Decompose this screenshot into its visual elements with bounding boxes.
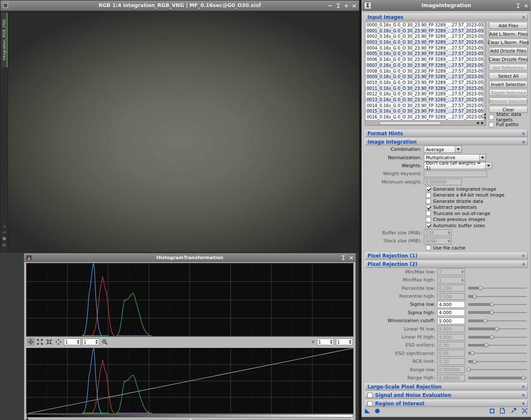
image-window-titlebar[interactable]: RGB 1:4 integration_RGB_VNG | MF_0.16sec… (0, 0, 359, 11)
checkbox-icon[interactable] (426, 199, 431, 204)
input-image-row[interactable]: 0002_0.16s_G 0_O 30_23.90_FP 3289_...27.… (365, 34, 483, 39)
checkbox-icon[interactable] (426, 245, 431, 250)
checkbox-icon[interactable] (426, 223, 431, 228)
histogram-plot-bottom[interactable] (26, 348, 354, 414)
range-high-slider[interactable] (468, 375, 527, 381)
section-region-of-interest[interactable]: Region of Interest » (365, 400, 528, 407)
close-icon[interactable]: × (524, 3, 528, 8)
input-image-row[interactable]: 0003_0.16s_G 0_O 30_23.90_FP 3289_...27.… (365, 39, 483, 45)
checkbox-icon[interactable] (426, 186, 431, 192)
new-instance-icon[interactable] (365, 408, 370, 413)
clear-l-norm-files-button[interactable]: Clear L.Norm. Files (489, 39, 528, 46)
add-files-button[interactable]: Add Files (489, 22, 528, 29)
track-cursor-icon[interactable] (27, 338, 34, 346)
esd-outliers-slider[interactable] (468, 343, 527, 348)
shade-icon[interactable] (516, 3, 520, 8)
shade-icon[interactable] (341, 255, 346, 260)
section-input-images[interactable]: Input Images » (365, 13, 528, 21)
range-high-field[interactable]: 0.980000 (437, 375, 465, 381)
buffer-size-spinbox[interactable]: 128 (424, 229, 452, 236)
slider-thumb[interactable] (470, 351, 475, 355)
chevron-down-icon[interactable] (485, 163, 491, 169)
section-pixel-rejection-2[interactable]: Pixel Rejection (2) » (365, 261, 528, 268)
scroll-up-icon[interactable]: ▲ (484, 113, 486, 116)
signal-noise-checkbox[interactable] (367, 393, 372, 398)
scroll-right-icon[interactable]: ▶ (481, 121, 484, 125)
image-window[interactable]: RGB 1:4 integration_RGB_VNG | MF_0.16sec… (0, 0, 359, 252)
rcr-limit-slider[interactable] (468, 359, 527, 364)
image-tab[interactable]: integration_RGB_VNG (1, 13, 8, 67)
collapse-icon[interactable]: » (521, 262, 526, 266)
slider-thumb[interactable] (490, 302, 494, 307)
slider-thumb[interactable] (484, 343, 489, 347)
slider-thumb[interactable] (495, 327, 499, 331)
image-canvas[interactable] (8, 11, 359, 252)
set-reference-button[interactable]: Set Reference (489, 64, 528, 71)
normalization-combobox[interactable]: Multiplicative (424, 154, 486, 161)
input-image-row[interactable]: 0015_0.16s_G 0_O 30_23.90_FP 3289_...27.… (365, 108, 483, 114)
vertical-scrollbar[interactable]: ▲ ▼ (483, 22, 486, 120)
remove-selected-button[interactable]: Remove Selected (489, 97, 528, 105)
graph-zoom-h-spinbox[interactable]: 1 (317, 339, 334, 345)
generate-integrated-image-checkbox[interactable]: Generate integrated image (426, 186, 528, 192)
imageintegration-window[interactable]: Σ ImageIntegration × Input Images » 0000… (362, 0, 531, 417)
checkbox-icon[interactable] (426, 205, 431, 210)
checkbox-icon[interactable] (489, 115, 494, 120)
input-image-row[interactable]: 0010_0.16s_G 0_O 30_23.90_FP 3289_...27.… (365, 80, 483, 86)
esd-outliers-field[interactable]: 0.30 (437, 342, 465, 349)
section-image-integration[interactable]: Image Integration » (365, 138, 528, 145)
vertical-zoom-spinbox[interactable]: 1 (82, 339, 99, 345)
linear-fit-low-slider[interactable] (468, 326, 527, 331)
sigma-low-field[interactable]: 4.000 (437, 301, 465, 308)
browse-documentation-icon[interactable] (500, 408, 505, 414)
use-file-cache-checkbox[interactable]: Use file cache (426, 245, 528, 251)
histogram-plot-top[interactable] (26, 263, 354, 337)
frame-icon[interactable]: ▭ (2, 230, 6, 234)
expand-icon[interactable]: » (521, 394, 526, 397)
full-paths-checkbox[interactable]: Full paths (489, 122, 528, 128)
reset-icon[interactable] (522, 408, 528, 414)
linear-fit-high-slider[interactable] (468, 335, 527, 340)
slider-thumb[interactable] (490, 335, 494, 339)
input-image-row[interactable]: 0009_0.16s_G 0_O 30_23.90_FP 3289_...27.… (365, 74, 483, 80)
toolbar-expand-chevron-icon[interactable]: » (311, 340, 315, 344)
shadows-handle[interactable] (25, 417, 29, 420)
select-all-button[interactable]: Select All (489, 72, 528, 79)
sigma-low-slider[interactable] (468, 302, 527, 307)
winsorization-cutoff-slider[interactable] (468, 318, 527, 323)
shade-icon[interactable] (336, 3, 341, 8)
midtones-handle[interactable] (188, 417, 193, 420)
input-image-row[interactable]: 0005_0.16s_G 0_O 30_23.90_FP 3289_...27.… (365, 51, 483, 57)
apply-global-icon[interactable] (375, 409, 380, 413)
target-icon[interactable]: ◎ (3, 242, 6, 247)
edit-instance-source-icon[interactable] (490, 409, 494, 413)
collapse-icon[interactable]: » (521, 140, 526, 144)
maximize-icon[interactable]: + (344, 3, 349, 8)
percentile-high-slider[interactable] (468, 294, 527, 299)
scroll-left-icon[interactable]: ◀ (476, 121, 479, 125)
slider-thumb[interactable] (483, 319, 487, 323)
close-icon[interactable]: × (349, 255, 354, 260)
checkbox-icon[interactable] (426, 211, 431, 216)
pointer-icon[interactable]: ↘ (3, 223, 6, 228)
roi-checkbox[interactable] (367, 401, 372, 406)
input-image-row[interactable]: 0004_0.16s_G 0_O 30_23.90_FP 3289_...27.… (365, 45, 483, 51)
percentile-high-field[interactable]: 0.100 (437, 293, 465, 300)
linear-fit-high-field[interactable]: 4.000 (437, 334, 465, 341)
sigma-process-icon[interactable]: Σ (364, 2, 371, 9)
input-images-list[interactable]: 0000_0.16s_G 0_O 30_23.90_FP 3289_...27.… (365, 22, 483, 120)
input-image-row[interactable]: 0016_0.16s_G 0_O 30_23.90_FP 3289_...27.… (365, 114, 483, 120)
combination-combobox[interactable]: Average (424, 146, 462, 153)
weight-keyword-field[interactable] (424, 171, 487, 177)
histogram-titlebar[interactable]: HistogramTransformation × (24, 254, 355, 262)
linear-fit-low-field[interactable]: 5.000 (437, 326, 465, 332)
range-low-field[interactable]: 0.000000 (437, 366, 465, 373)
sigma-high-field[interactable]: 4.000 (437, 309, 465, 316)
horizontal-zoom-spinbox[interactable]: 1 (64, 339, 81, 345)
preferences-wrench-icon[interactable] (510, 408, 516, 414)
scroll-down-icon[interactable]: ▼ (484, 116, 486, 120)
input-image-row[interactable]: 0001_0.16s_G 0_O 30_23.90_FP 3289_...27.… (365, 28, 483, 34)
input-image-row[interactable]: 0011_0.16s_G 0_O 30_23.90_FP 3289_...27.… (365, 86, 483, 92)
imageintegration-titlebar[interactable]: Σ ImageIntegration × (362, 0, 531, 11)
expand-icon[interactable]: » (521, 385, 526, 388)
